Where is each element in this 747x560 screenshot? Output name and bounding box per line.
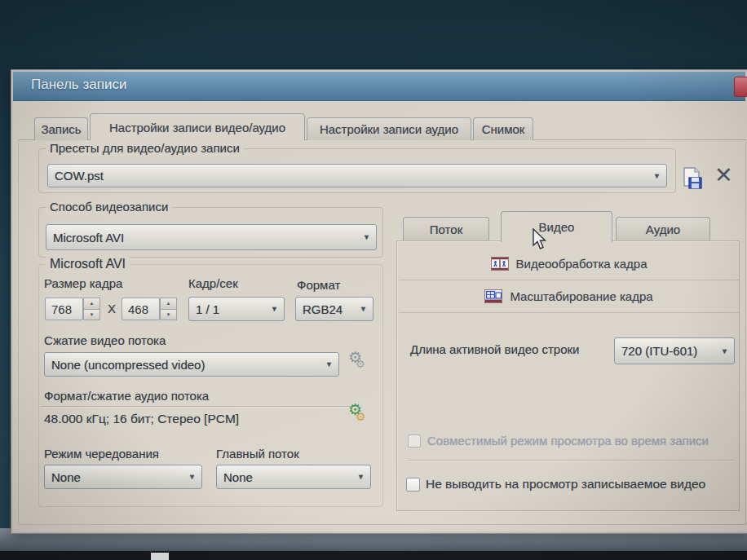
tab-label: Снимок [482,122,525,136]
interleave-mode-label: Режим чередования [44,447,159,461]
frame-processing-button[interactable]: Видеообработка кадра [399,248,739,280]
video-codec-config-icon[interactable]: ⚙ ⚙ [347,350,371,374]
frame-scaling-label: Масштабирование кадра [510,289,652,303]
presets-group-label: Пресеты для видео/аудио записи [46,141,244,155]
frame-height-down-button[interactable]: ▼ [160,310,177,321]
format-label: Формат [297,278,340,292]
avi-group-label: Microsoft AVI [46,257,130,271]
active-line-length-value: 720 (ITU-601) [621,344,697,358]
tab-video-audio-settings[interactable]: Настройки записи видео/аудио [90,113,305,140]
audio-format-value: 48.000 кГц; 16 бит; Стерео [PCM] [44,412,239,426]
tab-label: Настройки записи видео/аудио [109,121,285,134]
frame-height-field[interactable]: 468 [122,298,160,320]
photo-bottom-edge [0,551,747,560]
checkbox-divider [408,460,734,461]
tab-stream[interactable]: Поток [403,217,489,241]
video-compression-label: Сжатие видео потока [44,333,166,347]
preset-combobox[interactable]: COW.pst ▼ [47,164,667,187]
fps-label: Кадр/сек [188,276,238,290]
frame-scaling-icon [484,289,502,303]
dropdown-arrow-icon[interactable]: ▼ [188,473,196,481]
dropdown-arrow-icon[interactable]: ▼ [271,305,278,313]
tab-label: Запись [41,122,81,136]
tab-video[interactable]: Видео [501,211,612,242]
delete-preset-icon[interactable]: ✕ [714,165,733,187]
dropdown-arrow-icon[interactable]: ▼ [653,171,661,179]
tab-record[interactable]: Запись [34,117,88,140]
fps-value: 1 / 1 [196,302,219,316]
video-compression-value: None (uncompressed video) [51,358,205,372]
frame-width-down-button[interactable]: ▼ [83,310,100,321]
master-stream-value: None [223,470,253,484]
frame-height-value: 468 [128,302,148,316]
frame-width-spinner: ▲ ▼ [83,298,100,320]
dropdown-arrow-icon[interactable]: ▼ [357,473,365,481]
record-method-group: Способ видеозаписи Microsoft AVI ▼ [38,207,383,258]
frame-scaling-button[interactable]: Масштабирование кадра [399,280,739,313]
avi-settings-group: Microsoft AVI Размер кадра 768 ▲ ▼ X 468… [38,264,383,507]
master-stream-label: Главный поток [216,447,299,461]
frame-height-up-button[interactable]: ▲ [160,298,177,310]
tab-audio-settings[interactable]: Настройки записи аудио [307,117,471,140]
audio-format-divider [41,406,357,407]
format-value: RGB24 [303,302,343,316]
format-combobox[interactable]: RGB24 ▼ [295,297,374,321]
frame-width-field[interactable]: 768 [45,298,83,320]
video-compression-combobox[interactable]: None (uncompressed video) ▼ [44,352,339,377]
frame-processing-label: Видеообработка кадра [516,257,648,271]
video-tab-panel: Видеообработка кадра Масштабирование кад… [396,240,740,511]
frame-size-label: Размер кадра [44,276,122,290]
fps-combobox[interactable]: 1 / 1 ▼ [188,297,285,321]
tab-audio[interactable]: Аудио [616,217,710,241]
interleave-mode-combobox[interactable]: None ▼ [44,465,202,489]
photographed-screen: Панель записи Запись Настройки записи ви… [0,0,747,560]
taskbar-fragment [151,553,169,560]
size-separator: X [108,302,116,315]
no-preview-checkbox[interactable] [406,478,420,492]
tab-snapshot[interactable]: Снимок [473,117,533,140]
preset-value: COW.pst [55,169,104,183]
dropdown-arrow-icon[interactable]: ▼ [363,233,370,241]
window-title: Панель записи [31,77,126,93]
compat-preview-checkbox[interactable] [408,434,421,448]
frame-width-value: 768 [51,302,72,316]
frame-height-spinner: ▲ ▼ [160,298,177,320]
audio-codec-config-icon[interactable]: ⚙ ⚙ [347,402,371,426]
tab-label: Поток [430,223,462,236]
presets-group: Пресеты для видео/аудио записи COW.pst ▼ [38,148,676,193]
record-method-value: Microsoft AVI [53,231,124,245]
save-preset-icon[interactable] [682,167,703,190]
record-method-label: Способ видеозаписи [46,200,172,214]
dropdown-arrow-icon[interactable]: ▼ [360,305,367,313]
tab-label: Настройки записи аудио [320,122,458,136]
interleave-mode-value: None [51,470,81,484]
record-method-combobox[interactable]: Microsoft AVI ▼ [46,224,377,250]
tab-label: Аудио [646,223,680,236]
active-line-length-label: Длина активной видео строки [410,342,580,356]
master-stream-combobox[interactable]: None ▼ [216,465,371,489]
frame-width-up-button[interactable]: ▲ [83,298,100,310]
frame-processing-icon [491,257,509,271]
no-preview-label: Не выводить на просмотр записываемое вид… [426,477,705,492]
compat-preview-label: Совместимый режим просмотра во время зап… [427,434,709,448]
mouse-cursor [532,228,548,251]
record-panel-window: Панель записи Запись Настройки записи ви… [11,70,747,533]
active-line-length-combobox[interactable]: 720 (ITU-601) ▼ [614,337,735,364]
close-button[interactable] [734,77,747,97]
audio-format-label: Формат/сжатие аудио потока [44,389,209,403]
dropdown-arrow-icon[interactable]: ▼ [721,346,728,355]
dropdown-arrow-icon[interactable]: ▼ [325,360,333,368]
window-titlebar[interactable]: Панель записи [13,72,745,101]
